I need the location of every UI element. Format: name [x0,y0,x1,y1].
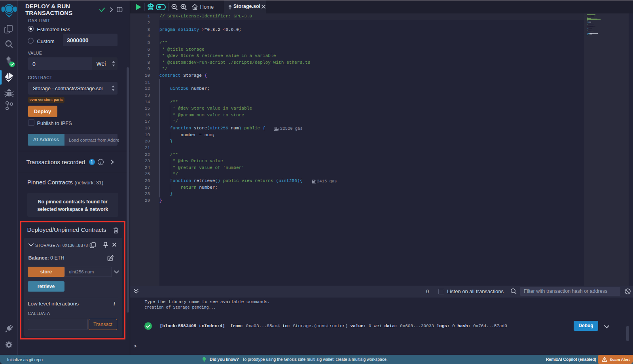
svg-text:i: i [100,160,101,165]
